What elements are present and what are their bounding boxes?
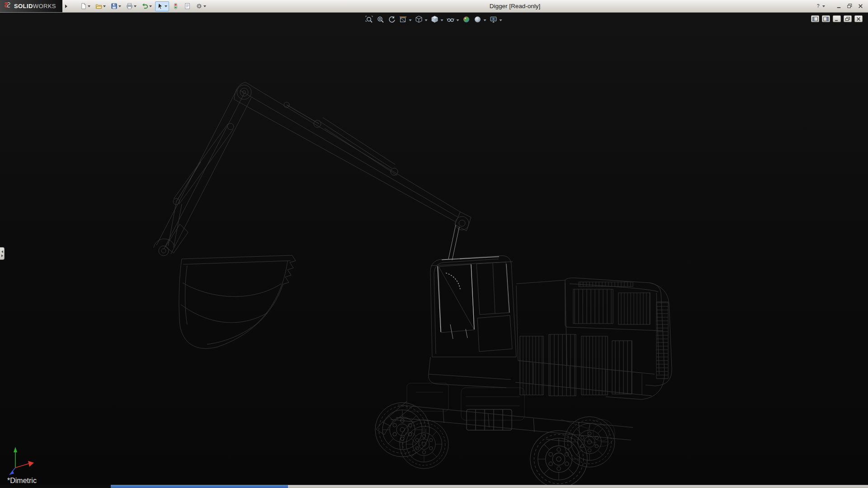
orientation-triad bbox=[6, 441, 42, 477]
doc-minimize-icon bbox=[834, 15, 840, 23]
brand-bold: SOLID bbox=[14, 3, 33, 9]
window-controls: ? bbox=[813, 1, 865, 11]
edit-appearance-button[interactable] bbox=[462, 15, 471, 26]
taskbar-active-window-button[interactable] bbox=[111, 485, 288, 488]
chevron-right-icon bbox=[1, 254, 3, 257]
edit-appearance-icon bbox=[462, 15, 471, 25]
view-orientation-button[interactable] bbox=[415, 15, 428, 26]
dropdown-arrow-icon[interactable] bbox=[118, 5, 121, 7]
print-button[interactable] bbox=[124, 1, 138, 11]
brand-text: SOLIDWORKS bbox=[14, 3, 56, 9]
view-settings-button[interactable] bbox=[489, 15, 503, 26]
dropdown-arrow-icon[interactable] bbox=[103, 5, 106, 7]
doc-close-button[interactable] bbox=[854, 15, 863, 22]
pane-left-button[interactable] bbox=[811, 15, 819, 22]
menu-expand-arrow-icon[interactable] bbox=[65, 5, 67, 8]
hide-show-items-icon bbox=[447, 15, 455, 25]
print-icon bbox=[126, 3, 133, 9]
graphics-viewport[interactable]: *Dimetric bbox=[0, 13, 868, 485]
standard-toolbar bbox=[78, 0, 208, 12]
apply-scene-icon bbox=[474, 15, 482, 25]
dropdown-arrow-icon[interactable] bbox=[441, 19, 443, 21]
dropdown-arrow-icon[interactable] bbox=[149, 5, 152, 7]
taskbar-dark-segment bbox=[0, 485, 111, 488]
window-title: Digger [Read-only] bbox=[490, 3, 541, 9]
open-icon bbox=[95, 3, 102, 9]
options-button[interactable] bbox=[194, 1, 208, 11]
new-document-button[interactable] bbox=[78, 1, 92, 11]
minimize-icon bbox=[835, 3, 842, 9]
pane-right-icon bbox=[823, 15, 829, 23]
file-properties-button[interactable] bbox=[182, 1, 193, 11]
zoom-to-fit-button[interactable] bbox=[365, 15, 374, 26]
apply-scene-button[interactable] bbox=[473, 15, 487, 26]
dropdown-arrow-icon[interactable] bbox=[425, 19, 428, 21]
digger-wireframe-model[interactable] bbox=[0, 13, 868, 485]
select-button[interactable] bbox=[155, 1, 169, 11]
view-orientation-icon bbox=[415, 15, 423, 25]
chevron-left-icon bbox=[1, 250, 3, 253]
help-button[interactable]: ? bbox=[813, 1, 826, 11]
previous-view-button[interactable] bbox=[387, 15, 396, 26]
document-window-controls bbox=[811, 15, 863, 22]
display-style-icon bbox=[431, 15, 439, 25]
doc-close-icon bbox=[856, 15, 861, 23]
dropdown-arrow-icon[interactable] bbox=[822, 5, 825, 7]
view-orientation-label: *Dimetric bbox=[7, 477, 37, 485]
dropdown-arrow-icon[interactable] bbox=[203, 5, 206, 7]
restore-icon bbox=[846, 3, 853, 9]
heads-up-view-toolbar bbox=[365, 15, 503, 26]
new-document-icon bbox=[80, 3, 87, 9]
display-style-button[interactable] bbox=[430, 15, 444, 26]
taskbar-empty-area bbox=[288, 485, 868, 488]
solidworks-logo-icon bbox=[4, 1, 11, 11]
dropdown-arrow-icon[interactable] bbox=[409, 19, 412, 21]
doc-restore-button[interactable] bbox=[844, 15, 852, 22]
rebuild-icon bbox=[172, 3, 179, 9]
close-icon bbox=[857, 3, 864, 9]
close-button[interactable] bbox=[856, 1, 865, 11]
dropdown-arrow-icon[interactable] bbox=[88, 5, 90, 7]
dropdown-arrow-icon[interactable] bbox=[484, 19, 486, 21]
dropdown-arrow-icon[interactable] bbox=[500, 19, 502, 21]
dropdown-arrow-icon[interactable] bbox=[165, 5, 167, 7]
dropdown-arrow-icon[interactable] bbox=[457, 19, 459, 21]
dropdown-arrow-icon[interactable] bbox=[134, 5, 137, 7]
zoom-to-area-button[interactable] bbox=[376, 15, 385, 26]
titlebar: SOLIDWORKS Digger [Read-only] ? bbox=[0, 0, 868, 13]
doc-restore-icon bbox=[845, 15, 850, 23]
zoom-to-area-icon bbox=[377, 15, 385, 25]
feature-panel-collapse-tab[interactable] bbox=[0, 247, 5, 260]
solidworks-logo: SOLIDWORKS bbox=[0, 0, 62, 12]
rebuild-button[interactable] bbox=[170, 1, 181, 11]
view-settings-icon bbox=[490, 15, 498, 25]
save-button[interactable] bbox=[109, 1, 123, 11]
file-properties-icon bbox=[184, 3, 191, 9]
zoom-to-fit-icon bbox=[365, 15, 373, 25]
save-icon bbox=[111, 3, 118, 9]
select-icon bbox=[157, 3, 164, 9]
section-view-icon bbox=[399, 15, 407, 25]
options-icon bbox=[196, 3, 203, 9]
hide-show-items-button[interactable] bbox=[446, 15, 460, 26]
undo-button[interactable] bbox=[140, 1, 154, 11]
svg-text:?: ? bbox=[817, 4, 820, 9]
doc-minimize-button[interactable] bbox=[833, 15, 841, 22]
help-icon: ? bbox=[815, 3, 821, 9]
taskbar-strip bbox=[0, 485, 868, 488]
pane-left-icon bbox=[812, 15, 818, 23]
pane-right-button[interactable] bbox=[822, 15, 830, 22]
brand-light: WORKS bbox=[33, 3, 56, 9]
restore-button[interactable] bbox=[845, 1, 854, 11]
previous-view-icon bbox=[388, 15, 396, 25]
minimize-button[interactable] bbox=[834, 1, 844, 11]
open-button[interactable] bbox=[94, 1, 108, 11]
undo-icon bbox=[142, 3, 148, 9]
section-view-button[interactable] bbox=[399, 15, 412, 26]
